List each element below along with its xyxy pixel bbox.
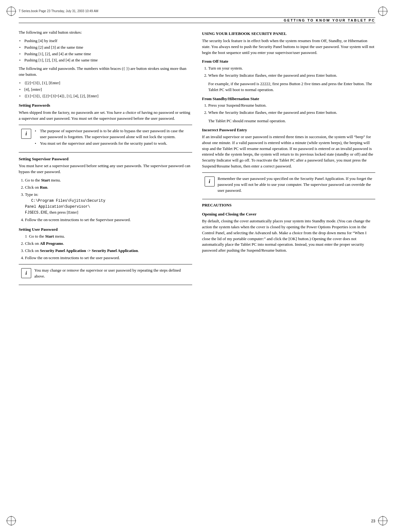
info-box-2-text: You may change or remove the supervisor … — [34, 268, 190, 279]
info-box-2: i You may change or remove the superviso… — [19, 264, 192, 285]
page-number: 23 — [371, 519, 375, 523]
intro-text: The following are valid button strokes: — [19, 30, 192, 36]
list-item: When the Security Indicator flashes, ent… — [208, 110, 376, 116]
info-bullets-1: The purpose of supervisor password is to… — [34, 128, 190, 147]
list-item: 1 Go to the Start menu. — [19, 234, 192, 239]
list-item: Follow the on-screen instructions to set… — [25, 255, 192, 261]
info-text-3: Remember the user password you specified… — [218, 176, 373, 196]
precautions-heading: PRECAUTIONS — [202, 202, 376, 208]
corner-mark-bl — [6, 515, 17, 526]
list-item: Pushing [4] by itself — [19, 38, 192, 44]
button-strokes-list: Pushing [4] by itself Pushing [2] and [3… — [19, 38, 192, 63]
setting-supervisor-text: You must have set a supervisor password … — [19, 163, 192, 175]
book-info: T Series.book Page 23 Thursday, July 31,… — [19, 9, 98, 13]
list-item: Pushing [1], [2], [3], and [4] at the sa… — [19, 57, 192, 63]
list-item: Click on All Programs. — [25, 241, 192, 247]
list-item: {[1]+[3]}, {[2]+[3]+[4]}, [1], [4], [2],… — [19, 93, 192, 99]
info-icon-1: i — [21, 129, 31, 139]
right-column: USING YOUR LIFEBOOK SECURITY PANEL The s… — [202, 27, 376, 513]
info-box-1: i The purpose of supervisor password is … — [19, 125, 192, 152]
valid-passwords-list: {[2]+[3]}, [1], [Enter] [4], [enter] {[1… — [19, 80, 192, 99]
list-item: Click on Run. — [25, 185, 192, 191]
info-text-1: The purpose of supervisor password is to… — [34, 128, 190, 149]
info-icon-2: i — [21, 268, 31, 278]
list-item: Pushing [1], [2], and [4] at the same ti… — [19, 51, 192, 57]
list-item: [4], [enter] — [19, 87, 192, 93]
code-block: C:\Program Files\Fujitsu\SecurityPanel A… — [25, 199, 105, 215]
incorrect-text: If an invalid supervisor or user passwor… — [202, 134, 376, 169]
incorrect-heading: Incorrect Password Entry — [202, 127, 376, 133]
list-item: Turn on your system. — [208, 65, 376, 71]
header-title: Getting to Know Your Tablet PC — [284, 18, 376, 22]
info-box-3-text: Remember the user password you specified… — [218, 176, 373, 194]
corner-mark-br — [377, 515, 388, 526]
list-item: The purpose of supervisor password is to… — [34, 128, 190, 140]
content-area: The following are valid button strokes: … — [19, 27, 375, 513]
security-panel-text: The security lock feature is in effect b… — [202, 38, 376, 56]
from-standby-heading: From Standby/Hibernation State — [202, 96, 376, 102]
info-box-3: i Remember the user password you specifi… — [202, 172, 376, 200]
supervisor-steps-list: Go to the Start menu. Click on Run. Type… — [19, 177, 192, 223]
list-item: You must set the supervisor and user pas… — [34, 141, 190, 147]
list-item: Type in: C:\Program Files\Fujitsu\Securi… — [25, 192, 192, 216]
left-column: The following are valid button strokes: … — [19, 27, 192, 513]
from-standby-steps-list: Press your Suspend/Resume button. When t… — [202, 103, 376, 116]
list-item: Follow the on-screen instructions to set… — [25, 217, 192, 223]
list-item: Click on Security Panel Application -> S… — [25, 248, 192, 254]
list-item: When the Security Indicator flashes, ent… — [208, 73, 376, 79]
from-off-example: For example, if the password is 22222, f… — [208, 81, 376, 93]
from-off-heading: From Off State — [202, 59, 376, 65]
header-bar: Getting to Know Your Tablet PC — [19, 17, 375, 23]
setting-supervisor-heading: Setting Supervisor Password — [19, 156, 192, 162]
setting-user-heading: Setting User Password — [19, 227, 192, 233]
list-item: Pushing [2] and [3] at the same time — [19, 45, 192, 51]
passwords-intro: The following are valid passwords. The n… — [19, 66, 192, 78]
from-off-steps-list: Turn on your system. When the Security I… — [202, 65, 376, 79]
opening-closing-text: By default, closing the cover automatica… — [202, 218, 376, 254]
opening-closing-heading: Opening and Closing the Cover — [202, 211, 376, 217]
corner-mark-tl — [6, 6, 17, 17]
info-text-2: You may change or remove the supervisor … — [34, 268, 190, 282]
list-item: Go to the Start menu. — [25, 177, 192, 183]
setting-passwords-heading: Setting Passwords — [19, 103, 192, 109]
list-item: {[2]+[3]}, [1], [Enter] — [19, 80, 192, 86]
security-panel-heading: USING YOUR LIFEBOOK SECURITY PANEL — [202, 31, 376, 37]
corner-mark-tr — [377, 6, 388, 17]
list-item: Press your Suspend/Resume button. — [208, 103, 376, 109]
setting-passwords-text: When shipped from the factory, no passwo… — [19, 110, 192, 122]
page: T Series.book Page 23 Thursday, July 31,… — [0, 0, 394, 532]
info-icon-3: i — [205, 177, 215, 186]
from-standby-note: The Tablet PC should resume normal opera… — [208, 118, 376, 124]
user-steps-list: 1 Go to the Start menu. Click on All Pro… — [19, 234, 192, 261]
